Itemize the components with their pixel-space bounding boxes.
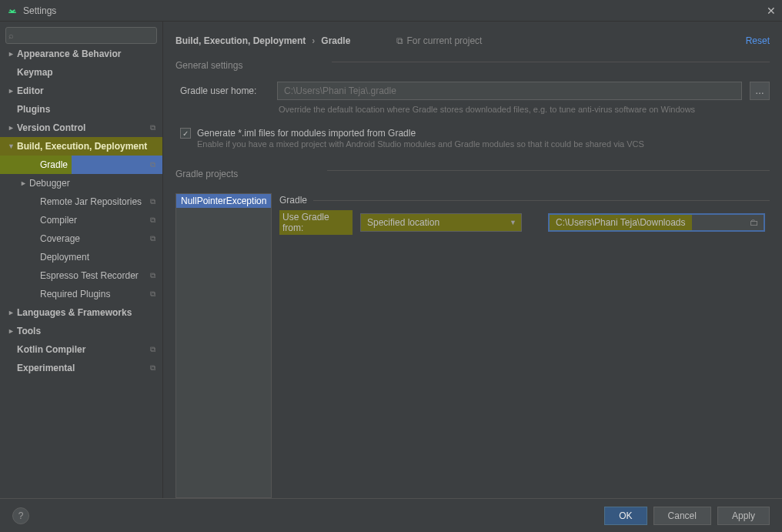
ok-button[interactable]: OK	[604, 507, 647, 525]
chevron-right-icon: ›	[312, 35, 315, 46]
sidebar-item-remote-jar-repositories[interactable]: Remote Jar Repositories⧉	[0, 192, 162, 211]
projects-list[interactable]: NullPointerException	[175, 193, 272, 498]
sidebar-item-label: Tools	[17, 326, 158, 336]
use-gradle-from-label: Use Gradle from:	[279, 210, 353, 235]
chevron-down-icon: ▼	[510, 219, 516, 226]
sidebar-item-keymap[interactable]: Keymap	[0, 63, 162, 82]
gradle-path-input[interactable]: C:\Users\Phani Teja\Downloads 🗀	[548, 213, 765, 232]
sidebar-item-kotlin-compiler[interactable]: Kotlin Compiler⧉	[0, 340, 162, 359]
sidebar-item-espresso-test-recorder[interactable]: Espresso Test Recorder⧉	[0, 266, 162, 285]
expand-arrow-icon: ►	[8, 124, 14, 132]
module-badge-icon: ⧉	[147, 233, 158, 244]
reset-link[interactable]: Reset	[746, 35, 770, 46]
sidebar-item-gradle[interactable]: Gradle⧉	[0, 156, 162, 174]
gradle-home-input[interactable]	[277, 82, 742, 100]
sidebar-item-label: Remote Jar Repositories	[40, 196, 147, 207]
folder-icon[interactable]: 🗀	[750, 217, 759, 228]
generate-iml-label: Generate *.iml files for modules importe…	[197, 128, 416, 139]
sidebar-item-label: Gradle	[40, 159, 147, 170]
sidebar-item-plugins[interactable]: Plugins	[0, 100, 162, 119]
svg-point-0	[9, 11, 11, 12]
module-badge-icon: ⧉	[147, 363, 158, 373]
sidebar-item-appearance-behavior[interactable]: ►Appearance & Behavior	[0, 45, 162, 63]
use-gradle-from-select[interactable]: Specified location ▼	[360, 213, 522, 232]
expand-arrow-icon: ►	[8, 327, 14, 335]
sidebar-item-tools[interactable]: ►Tools	[0, 322, 162, 340]
sidebar-item-label: Debugger	[29, 178, 158, 189]
sidebar-item-coverage[interactable]: Coverage⧉	[0, 229, 162, 248]
sidebar-item-label: Deployment	[40, 252, 158, 263]
sidebar-item-label: Build, Execution, Deployment	[17, 141, 158, 152]
module-badge-icon: ⧉	[147, 215, 158, 226]
browse-home-button[interactable]: …	[750, 82, 770, 100]
sidebar-item-label: Keymap	[17, 67, 158, 78]
generate-iml-checkbox[interactable]: ✓	[180, 128, 191, 139]
help-button[interactable]: ?	[12, 507, 29, 524]
project-item[interactable]: NullPointerException	[176, 194, 271, 208]
module-badge-icon: ⧉	[147, 122, 158, 133]
gradle-home-label: Gradle user home:	[180, 85, 269, 96]
sidebar-item-required-plugins[interactable]: Required Plugins⧉	[0, 285, 162, 303]
sidebar-item-label: Experimental	[17, 363, 147, 373]
expand-arrow-icon: ►	[8, 50, 14, 58]
sidebar-item-label: Plugins	[17, 104, 158, 115]
titlebar: Settings ✕	[0, 0, 782, 22]
sidebar-item-label: Version Control	[17, 122, 147, 133]
expand-arrow-icon: ▼	[8, 142, 14, 150]
window-title: Settings	[23, 5, 767, 16]
cancel-button[interactable]: Cancel	[653, 507, 711, 525]
module-badge-icon: ⧉	[147, 289, 158, 299]
sidebar-item-editor[interactable]: ►Editor	[0, 82, 162, 100]
sidebar-item-label: Editor	[17, 85, 158, 96]
button-bar: ? OK Cancel Apply	[0, 498, 782, 532]
copy-icon: ⧉	[396, 35, 403, 46]
sidebar: ⌕ ►Appearance & BehaviorKeymap►EditorPlu…	[0, 22, 163, 498]
for-project-label: ⧉ For current project	[396, 35, 482, 46]
sidebar-item-deployment[interactable]: Deployment	[0, 248, 162, 266]
breadcrumb-root: Build, Execution, Deployment	[175, 35, 306, 46]
generate-iml-hint: Enable if you have a mixed project with …	[163, 139, 782, 149]
general-settings-label: General settings	[163, 54, 255, 74]
module-badge-icon: ⧉	[147, 159, 158, 170]
apply-button[interactable]: Apply	[717, 507, 770, 525]
sidebar-item-label: Espresso Test Recorder	[40, 270, 147, 281]
sidebar-item-build-execution-deployment[interactable]: ▼Build, Execution, Deployment	[0, 137, 162, 156]
expand-arrow-icon: ►	[8, 87, 14, 95]
close-button[interactable]: ✕	[767, 5, 776, 17]
expand-arrow-icon: ►	[20, 179, 26, 187]
module-badge-icon: ⧉	[147, 196, 158, 207]
sidebar-item-debugger[interactable]: ►Debugger	[0, 174, 162, 192]
sidebar-item-experimental[interactable]: Experimental⧉	[0, 359, 162, 377]
svg-point-1	[14, 11, 15, 12]
settings-tree: ►Appearance & BehaviorKeymap►EditorPlugi…	[0, 40, 162, 498]
sidebar-item-label: Kotlin Compiler	[17, 344, 147, 355]
sidebar-item-languages-frameworks[interactable]: ►Languages & Frameworks	[0, 303, 162, 322]
breadcrumb-leaf: Gradle	[321, 35, 350, 46]
sidebar-item-version-control[interactable]: ►Version Control⧉	[0, 119, 162, 137]
sidebar-item-label: Coverage	[40, 233, 147, 244]
sidebar-item-compiler[interactable]: Compiler⧉	[0, 211, 162, 229]
sidebar-item-label: Compiler	[40, 215, 147, 226]
content-area: Build, Execution, Deployment › Gradle ⧉ …	[163, 22, 782, 498]
breadcrumb: Build, Execution, Deployment › Gradle	[175, 35, 350, 46]
module-badge-icon: ⧉	[147, 270, 158, 281]
sidebar-item-label: Required Plugins	[40, 289, 147, 299]
app-icon	[6, 5, 18, 17]
project-config: Gradle Use Gradle from: Specified locati…	[276, 193, 770, 498]
expand-arrow-icon: ►	[8, 309, 14, 316]
sidebar-item-label: Languages & Frameworks	[17, 307, 158, 318]
sidebar-item-label: Appearance & Behavior	[17, 49, 158, 59]
gradle-home-hint: Override the default location where Grad…	[163, 105, 782, 114]
gradle-projects-label: Gradle projects	[163, 162, 250, 182]
module-badge-icon: ⧉	[147, 344, 158, 355]
